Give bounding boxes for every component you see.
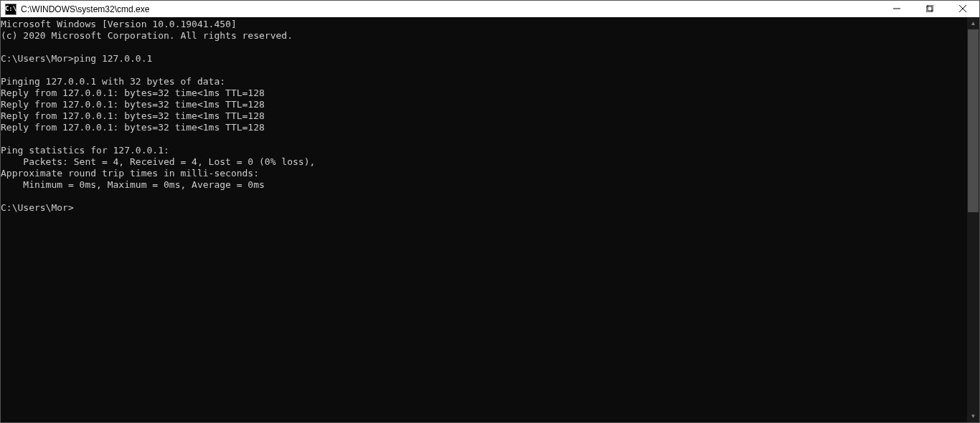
- maximize-icon: [926, 5, 933, 14]
- window-title: C:\WINDOWS\system32\cmd.exe: [21, 4, 149, 14]
- maximize-button[interactable]: [913, 1, 946, 17]
- terminal-output[interactable]: Microsoft Windows [Version 10.0.19041.45…: [1, 17, 967, 422]
- titlebar[interactable]: C:\ C:\WINDOWS\system32\cmd.exe: [1, 1, 979, 17]
- svg-rect-2: [928, 5, 933, 11]
- scrollbar[interactable]: ▲ ▼: [967, 17, 979, 422]
- terminal-area: Microsoft Windows [Version 10.0.19041.45…: [1, 17, 979, 422]
- cmd-window: C:\ C:\WINDOWS\system32\cmd.exe: [0, 0, 980, 423]
- chevron-up-icon: ▲: [971, 20, 976, 27]
- close-icon: [959, 5, 966, 14]
- scroll-thumb[interactable]: [968, 29, 979, 212]
- scroll-up-arrow[interactable]: ▲: [967, 17, 979, 29]
- window-controls: [880, 1, 979, 17]
- chevron-down-icon: ▼: [971, 413, 976, 419]
- minimize-icon: [893, 5, 900, 14]
- close-button[interactable]: [946, 1, 979, 17]
- scroll-down-arrow[interactable]: ▼: [967, 410, 979, 422]
- svg-rect-1: [926, 6, 932, 12]
- minimize-button[interactable]: [880, 1, 913, 17]
- cmd-icon: C:\: [5, 4, 17, 15]
